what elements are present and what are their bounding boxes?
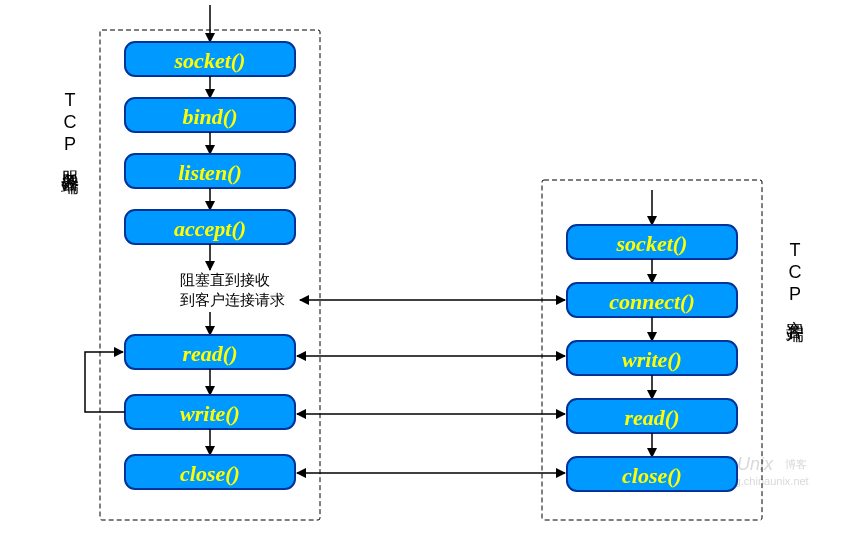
note-line2: 到客户连接请求	[180, 291, 285, 308]
client-label: TCP客户端	[785, 240, 805, 343]
label-c-write: write()	[622, 347, 682, 372]
label-s-bind: bind()	[183, 104, 238, 129]
label-s-listen: listen()	[178, 160, 242, 185]
socket-flowchart: ChinaUnix 博客 blog.chinaunix.net TCP服务器端 …	[0, 0, 842, 539]
label-s-socket: socket()	[174, 48, 246, 73]
watermark-sub1: 博客	[785, 458, 807, 470]
arrow-loop-back	[85, 352, 125, 412]
label-c-close: close()	[622, 463, 682, 488]
label-s-accept: accept()	[174, 216, 246, 241]
label-s-close: close()	[180, 461, 240, 486]
label-c-read: read()	[625, 405, 680, 430]
note-line1: 阻塞直到接收	[180, 271, 270, 288]
label-s-read: read()	[183, 341, 238, 366]
label-c-socket: socket()	[616, 231, 688, 256]
label-c-connect: connect()	[609, 289, 695, 314]
server-label: TCP服务器端	[60, 90, 80, 195]
label-s-write: write()	[180, 401, 240, 426]
